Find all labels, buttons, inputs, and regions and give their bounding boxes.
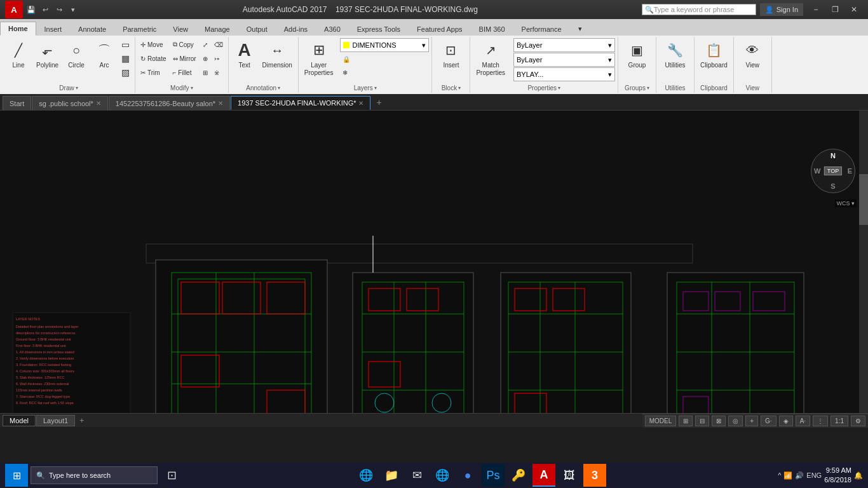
groups-label[interactable]: Groups ▾ bbox=[625, 85, 649, 92]
linetype-dropdown[interactable]: ByLayer ▾ bbox=[513, 53, 615, 67]
tab-output[interactable]: Output bbox=[238, 22, 276, 36]
grid-button[interactable]: ⊞ bbox=[679, 416, 693, 426]
taskbar-photos[interactable]: 🖼 bbox=[558, 464, 581, 487]
restore-button[interactable]: ❐ bbox=[826, 3, 844, 16]
tab-a360[interactable]: A360 bbox=[316, 22, 349, 36]
tab-addins[interactable]: Add-ins bbox=[276, 22, 316, 36]
color-dropdown[interactable]: ByLayer ▾ bbox=[513, 38, 615, 52]
tab-annotate[interactable]: Annotate bbox=[70, 22, 114, 36]
taskbar-mail[interactable]: ✉ bbox=[405, 464, 428, 487]
dyn-button[interactable]: A· bbox=[796, 416, 810, 426]
model-indicator[interactable]: MODEL bbox=[645, 416, 677, 426]
tab-more[interactable]: ▾ bbox=[570, 22, 590, 36]
tab-sg-public[interactable]: sg .public school* ✕ bbox=[32, 96, 108, 110]
lw-button[interactable]: ⋮ bbox=[813, 416, 828, 426]
properties-label[interactable]: Properties ▾ bbox=[527, 85, 560, 92]
taskbar-ie[interactable]: 🌐 bbox=[431, 464, 454, 487]
polar-button[interactable]: ◎ bbox=[728, 416, 743, 426]
taskbar-search[interactable]: 🔍 Type here to search bbox=[31, 466, 158, 484]
qat-redo[interactable]: ↪ bbox=[53, 4, 65, 15]
settings-button[interactable]: ⚙ bbox=[851, 416, 865, 426]
taskbar-3d[interactable]: 3 bbox=[583, 464, 606, 487]
tab-view[interactable]: View bbox=[165, 22, 196, 36]
ortho-button[interactable]: ⊠ bbox=[712, 416, 726, 426]
modify-label[interactable]: Modify ▾ bbox=[170, 85, 193, 92]
circle-button[interactable]: ○ Circle bbox=[63, 38, 90, 71]
array-button[interactable]: ⊞ bbox=[200, 66, 210, 79]
close-button[interactable]: ✕ bbox=[845, 3, 863, 16]
tab-bim360[interactable]: BIM 360 bbox=[471, 22, 513, 36]
tray-sound[interactable]: 🔊 bbox=[795, 471, 804, 480]
copy-button[interactable]: ⧉ Copy bbox=[170, 38, 199, 51]
stretch-button[interactable]: ⤢ bbox=[200, 38, 210, 51]
tab-home[interactable]: Home bbox=[0, 22, 36, 36]
scale-button[interactable]: 1:1 bbox=[831, 416, 848, 426]
trim-button[interactable]: ✂ Trim bbox=[138, 66, 168, 79]
layout-tab-layout1[interactable]: Layout1 bbox=[36, 415, 75, 426]
search-bar[interactable]: 🔍 Type a keyword or phrase bbox=[642, 4, 756, 15]
qat-undo[interactable]: ↩ bbox=[39, 4, 51, 15]
tab-insert[interactable]: Insert bbox=[36, 22, 71, 36]
rotate-button[interactable]: ↻ Rotate bbox=[138, 52, 168, 65]
block-label[interactable]: Block ▾ bbox=[442, 85, 461, 92]
tab-beauty-close[interactable]: ✕ bbox=[218, 100, 223, 107]
fillet-button[interactable]: ⌐ Fillet bbox=[170, 66, 199, 79]
lineweight-dropdown[interactable]: BYLAY... ▾ bbox=[513, 67, 615, 81]
group-button[interactable]: ▣ Group bbox=[624, 38, 651, 71]
start-button[interactable]: ⊞ bbox=[5, 464, 28, 487]
notification-icon[interactable]: 🔔 bbox=[854, 471, 863, 480]
draw-label[interactable]: Draw ▾ bbox=[59, 85, 78, 92]
text-button[interactable]: A Text bbox=[231, 38, 258, 71]
erase-button[interactable]: ⌫ bbox=[212, 38, 226, 51]
line-button[interactable]: ╱ Line bbox=[5, 38, 32, 71]
otrack-button[interactable]: G· bbox=[761, 416, 776, 426]
layout-tab-model[interactable]: Model bbox=[3, 415, 36, 426]
annotation-label[interactable]: Annotation ▾ bbox=[246, 85, 280, 92]
tray-network[interactable]: 📶 bbox=[783, 471, 792, 480]
tab-working[interactable]: 1937 SEC-2HUDA FINAL-WORKING* ✕ bbox=[231, 96, 370, 110]
taskbar-key[interactable]: 🔑 bbox=[507, 464, 530, 487]
tab-performance[interactable]: Performance bbox=[513, 22, 570, 36]
scrollbar-vertical[interactable] bbox=[859, 111, 868, 413]
tab-beauty[interactable]: 14522537561286-Beauty salon* ✕ bbox=[109, 96, 230, 110]
taskbar-autocad[interactable]: A bbox=[532, 464, 555, 487]
insert-button[interactable]: ⊡ Insert bbox=[438, 38, 465, 71]
taskbar-photoshop[interactable]: Ps bbox=[482, 464, 505, 487]
gradient-button[interactable]: ▨ bbox=[119, 66, 132, 79]
tab-sg-close[interactable]: ✕ bbox=[96, 100, 101, 107]
tab-featured[interactable]: Featured Apps bbox=[409, 22, 471, 36]
layers-label[interactable]: Layers ▾ bbox=[354, 85, 377, 92]
view-button[interactable]: 👁 View bbox=[739, 38, 766, 71]
taskbar-chrome[interactable]: ● bbox=[456, 464, 479, 487]
snap-button[interactable]: ⊟ bbox=[695, 416, 709, 426]
new-tab-button[interactable]: + bbox=[371, 95, 386, 110]
tab-working-close[interactable]: ✕ bbox=[358, 100, 363, 107]
qat-menu[interactable]: ▾ bbox=[67, 4, 79, 15]
match-properties-button[interactable]: ↗ MatchProperties bbox=[473, 38, 508, 79]
ducs-button[interactable]: ◈ bbox=[779, 416, 793, 426]
scale-button[interactable]: ⊕ bbox=[200, 52, 210, 65]
clipboard-button[interactable]: 📋 Clipboard bbox=[697, 38, 731, 71]
taskbar-task-view[interactable]: ⊡ bbox=[160, 464, 183, 487]
tab-parametric[interactable]: Parametric bbox=[114, 22, 165, 36]
utilities-label-grp[interactable]: Utilities bbox=[665, 85, 685, 92]
taskbar-explorer[interactable]: 📁 bbox=[380, 464, 403, 487]
explode-button[interactable]: ※ bbox=[212, 66, 226, 79]
arc-button[interactable]: ⌒ Arc bbox=[91, 38, 118, 71]
tray-show-hidden[interactable]: ^ bbox=[778, 471, 781, 479]
qat-save[interactable]: 💾 bbox=[25, 4, 37, 15]
layout-tab-add[interactable]: + bbox=[76, 415, 88, 426]
polyline-button[interactable]: ⬐ Polyline bbox=[33, 38, 62, 71]
extend-button[interactable]: ⤐ bbox=[212, 52, 226, 65]
minimize-button[interactable]: − bbox=[807, 3, 825, 16]
scrollbar-thumb[interactable] bbox=[859, 174, 868, 225]
tab-manage[interactable]: Manage bbox=[196, 22, 238, 36]
wcs-label[interactable]: WCS ▾ bbox=[835, 200, 857, 207]
utilities-button[interactable]: 🔧 Utilities bbox=[661, 38, 688, 71]
rectangle-button[interactable]: ▭ bbox=[119, 38, 132, 51]
mirror-button[interactable]: ⇔ Mirror bbox=[170, 52, 199, 65]
signin-area[interactable]: 👤 Sign In bbox=[760, 3, 803, 16]
hatch-button[interactable]: ▦ bbox=[119, 52, 132, 65]
osnap-button[interactable]: + bbox=[745, 416, 758, 426]
layer-freeze-button[interactable]: ❄ bbox=[340, 66, 429, 79]
